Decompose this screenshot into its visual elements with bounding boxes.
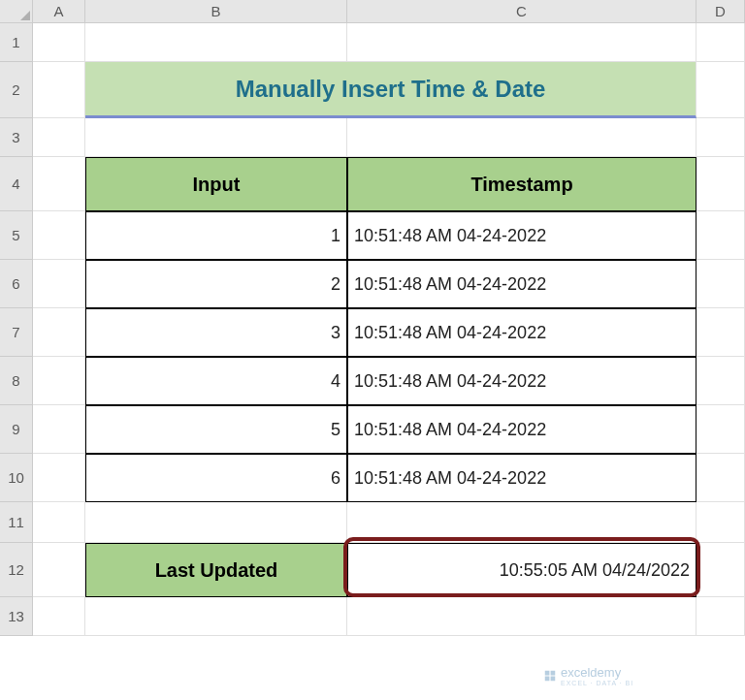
cell-A6[interactable] <box>33 260 85 308</box>
cell-A9[interactable] <box>33 405 85 454</box>
watermark: exceldemy EXCEL · DATA · BI <box>543 665 633 686</box>
col-header-B[interactable]: B <box>85 0 347 23</box>
cell-D13[interactable] <box>696 597 745 636</box>
row-header-13[interactable]: 13 <box>0 597 33 636</box>
cell-A13[interactable] <box>33 597 85 636</box>
row-header-6[interactable]: 6 <box>0 260 33 308</box>
cell-D11[interactable] <box>696 502 745 543</box>
table-row[interactable]: 10:51:48 AM 04-24-2022 <box>347 308 696 357</box>
col-header-A[interactable]: A <box>33 0 85 23</box>
title-cell[interactable]: Manually Insert Time & Date <box>85 62 696 118</box>
cell-B13[interactable] <box>85 597 347 636</box>
header-input[interactable]: Input <box>85 157 347 211</box>
cell-D8[interactable] <box>696 357 745 405</box>
select-all-corner[interactable] <box>0 0 33 23</box>
cell-A3[interactable] <box>33 118 85 157</box>
col-header-C[interactable]: C <box>347 0 696 23</box>
last-updated-label[interactable]: Last Updated <box>85 543 347 597</box>
cell-B3[interactable] <box>85 118 347 157</box>
col-header-D[interactable]: D <box>696 0 745 23</box>
table-row[interactable]: 2 <box>85 260 347 308</box>
cell-A5[interactable] <box>33 211 85 260</box>
table-row[interactable]: 10:51:48 AM 04-24-2022 <box>347 405 696 454</box>
row-header-12[interactable]: 12 <box>0 543 33 597</box>
cell-D12[interactable] <box>696 543 745 597</box>
watermark-tagline: EXCEL · DATA · BI <box>561 680 633 686</box>
row-header-10[interactable]: 10 <box>0 454 33 502</box>
cell-D6[interactable] <box>696 260 745 308</box>
watermark-icon <box>543 669 557 683</box>
table-row[interactable]: 10:51:48 AM 04-24-2022 <box>347 454 696 502</box>
cell-A12[interactable] <box>33 543 85 597</box>
table-row[interactable]: 10:51:48 AM 04-24-2022 <box>347 211 696 260</box>
cell-D7[interactable] <box>696 308 745 357</box>
cell-A1[interactable] <box>33 23 85 62</box>
cell-C11[interactable] <box>347 502 696 543</box>
row-header-8[interactable]: 8 <box>0 357 33 405</box>
cell-D10[interactable] <box>696 454 745 502</box>
cell-A8[interactable] <box>33 357 85 405</box>
header-timestamp[interactable]: Timestamp <box>347 157 696 211</box>
row-header-11[interactable]: 11 <box>0 502 33 543</box>
cell-B11[interactable] <box>85 502 347 543</box>
last-updated-value[interactable]: 10:55:05 AM 04/24/2022 <box>347 543 696 597</box>
table-row[interactable]: 10:51:48 AM 04-24-2022 <box>347 260 696 308</box>
cell-A4[interactable] <box>33 157 85 211</box>
cell-C1[interactable] <box>347 23 696 62</box>
cell-D9[interactable] <box>696 405 745 454</box>
cell-C3[interactable] <box>347 118 696 157</box>
table-row[interactable]: 6 <box>85 454 347 502</box>
row-header-2[interactable]: 2 <box>0 62 33 118</box>
watermark-name: exceldemy <box>561 665 621 680</box>
row-header-1[interactable]: 1 <box>0 23 33 62</box>
row-header-7[interactable]: 7 <box>0 308 33 357</box>
cell-A7[interactable] <box>33 308 85 357</box>
cell-A10[interactable] <box>33 454 85 502</box>
cell-A2[interactable] <box>33 62 85 118</box>
cell-D3[interactable] <box>696 118 745 157</box>
cell-C13[interactable] <box>347 597 696 636</box>
cell-A11[interactable] <box>33 502 85 543</box>
row-header-4[interactable]: 4 <box>0 157 33 211</box>
table-row[interactable]: 10:51:48 AM 04-24-2022 <box>347 357 696 405</box>
table-row[interactable]: 5 <box>85 405 347 454</box>
row-header-9[interactable]: 9 <box>0 405 33 454</box>
table-row[interactable]: 1 <box>85 211 347 260</box>
cell-D4[interactable] <box>696 157 745 211</box>
cell-B1[interactable] <box>85 23 347 62</box>
cell-D5[interactable] <box>696 211 745 260</box>
table-row[interactable]: 3 <box>85 308 347 357</box>
cell-D2[interactable] <box>696 62 745 118</box>
row-header-3[interactable]: 3 <box>0 118 33 157</box>
cell-D1[interactable] <box>696 23 745 62</box>
row-header-5[interactable]: 5 <box>0 211 33 260</box>
table-row[interactable]: 4 <box>85 357 347 405</box>
